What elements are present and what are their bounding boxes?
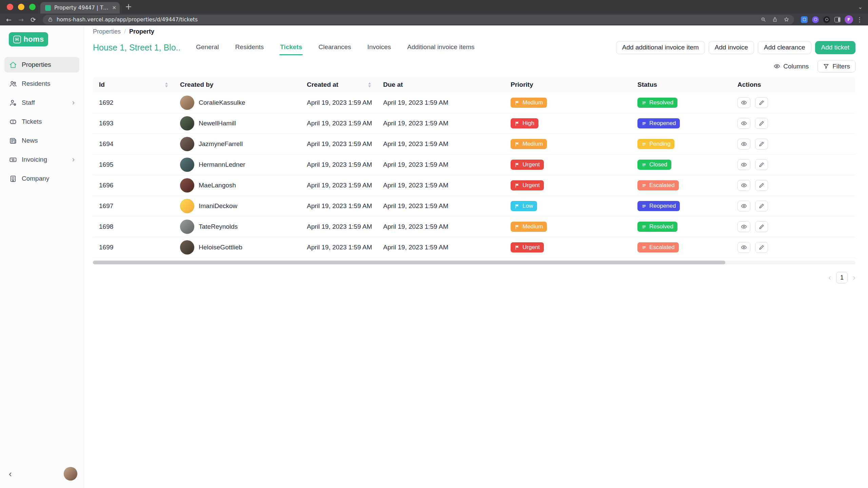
clock-extension-icon[interactable]	[812, 16, 819, 23]
sidebar-item-company[interactable]: Company	[4, 171, 79, 186]
eye-icon	[741, 182, 747, 188]
back-button[interactable]: ←	[3, 16, 14, 23]
collapse-sidebar-button[interactable]: ‹	[9, 469, 12, 478]
close-window-button[interactable]	[7, 4, 13, 10]
add-clearance-button[interactable]: Add clearance	[758, 41, 811, 54]
add-additional-invoice-item-button[interactable]: Add additional invoice item	[616, 41, 705, 54]
app-window: H homs Properties Residents Staff › Tick…	[0, 25, 868, 488]
new-tab-button[interactable]: +	[125, 3, 132, 11]
reload-button[interactable]: ⟳	[28, 16, 39, 23]
tab-tickets[interactable]: Tickets	[279, 40, 303, 55]
sidebar-item-residents[interactable]: Residents	[4, 76, 79, 92]
column-header-due-at[interactable]: Due at	[377, 81, 505, 88]
tab-residents[interactable]: Residents	[235, 40, 265, 55]
view-ticket-button[interactable]	[737, 242, 750, 253]
extension-icon[interactable]	[823, 16, 830, 23]
column-header-created-at[interactable]: Created at	[301, 81, 377, 88]
cell-actions	[731, 97, 855, 108]
sidebar-item-label: Tickets	[22, 118, 42, 125]
cell-due-at: April 19, 2023 1:59 AM	[377, 223, 505, 230]
column-header-status[interactable]: Status	[631, 81, 731, 88]
add-ticket-button[interactable]: Add ticket	[815, 41, 855, 54]
table-header: Id Created by Created at Due at Priority…	[93, 77, 855, 93]
cell-created-by: HeloiseGottlieb	[174, 240, 301, 255]
page-number[interactable]: 1	[836, 272, 848, 283]
zoom-icon[interactable]	[761, 17, 766, 22]
breadcrumb-properties[interactable]: Properties	[93, 28, 121, 35]
sort-icon[interactable]	[368, 82, 371, 87]
browser-profile-avatar[interactable]: F	[845, 15, 853, 24]
cell-actions	[731, 139, 855, 149]
browser-menu-icon[interactable]: ⋮	[854, 16, 865, 23]
edit-ticket-button[interactable]	[755, 242, 768, 253]
edit-ticket-button[interactable]	[755, 139, 768, 149]
side-panel-icon[interactable]	[834, 17, 841, 22]
homs-logo[interactable]: H homs	[9, 32, 48, 46]
cell-created-at: April 19, 2023 1:59 AM	[301, 140, 377, 148]
translate-extension-icon[interactable]	[801, 16, 808, 23]
view-ticket-button[interactable]	[737, 118, 750, 129]
bookmark-star-icon[interactable]	[784, 17, 789, 22]
view-ticket-button[interactable]	[737, 139, 750, 149]
status-bars-icon	[642, 245, 647, 250]
tabstrip-chevron-icon[interactable]: ⌄	[858, 4, 868, 10]
sidebar-item-label: Company	[22, 175, 49, 182]
tab-clearances[interactable]: Clearances	[318, 40, 352, 55]
sidebar-item-properties[interactable]: Properties	[4, 57, 79, 73]
browser-tab[interactable]: Property 49447 | Tickets ✕	[40, 2, 120, 14]
next-page-button[interactable]: ›	[853, 273, 855, 282]
columns-label: Columns	[783, 63, 809, 70]
edit-ticket-button[interactable]	[755, 118, 768, 129]
columns-button[interactable]: Columns	[774, 63, 809, 70]
view-ticket-button[interactable]	[737, 201, 750, 211]
sidebar-item-invoicing[interactable]: Invoicing ›	[4, 152, 79, 167]
tab-additional-invoice-items[interactable]: Additional invoice items	[407, 40, 475, 55]
minimize-window-button[interactable]	[18, 4, 24, 10]
column-header-created-by[interactable]: Created by	[174, 81, 301, 88]
forward-button[interactable]: →	[16, 16, 26, 23]
view-ticket-button[interactable]	[737, 97, 750, 108]
tab-general[interactable]: General	[195, 40, 220, 55]
filters-button[interactable]: Filters	[817, 60, 855, 73]
add-invoice-button[interactable]: Add invoice	[709, 41, 754, 54]
column-header-priority[interactable]: Priority	[505, 81, 631, 88]
view-ticket-button[interactable]	[737, 221, 750, 232]
sidebar-item-tickets[interactable]: Tickets	[4, 114, 79, 129]
tab-close-icon[interactable]: ✕	[112, 5, 116, 11]
sidebar-item-news[interactable]: News	[4, 133, 79, 148]
cell-id: 1693	[93, 120, 174, 127]
page-tabs: General Residents Tickets Clearances Inv…	[195, 40, 475, 55]
zoom-window-button[interactable]	[29, 4, 36, 10]
cell-status: Escalated	[631, 180, 731, 190]
address-bar[interactable]: homs-hash.vercel.app/app/properties/d/49…	[43, 15, 794, 24]
cell-due-at: April 19, 2023 1:59 AM	[377, 120, 505, 127]
main-content: Properties / Property House 1, Street 1,…	[84, 25, 868, 488]
sort-icon[interactable]	[165, 82, 168, 87]
edit-ticket-button[interactable]	[755, 97, 768, 108]
table-row: 1697 ImaniDeckow April 19, 2023 1:59 AM …	[93, 196, 855, 217]
table-body: 1692 CoralieKassulke April 19, 2023 1:59…	[93, 93, 855, 258]
edit-ticket-button[interactable]	[755, 180, 768, 191]
user-avatar[interactable]	[64, 467, 77, 481]
scrollbar-thumb[interactable]	[93, 261, 725, 264]
edit-ticket-button[interactable]	[755, 201, 768, 211]
cell-created-at: April 19, 2023 1:59 AM	[301, 244, 377, 251]
cell-status: Pending	[631, 139, 731, 149]
sidebar-item-staff[interactable]: Staff ›	[4, 95, 79, 110]
avatar	[180, 158, 194, 172]
browser-tabstrip: Property 49447 | Tickets ✕ + ⌄	[0, 0, 868, 14]
column-header-id[interactable]: Id	[93, 81, 174, 88]
tab-invoices[interactable]: Invoices	[367, 40, 392, 55]
previous-page-button[interactable]: ‹	[828, 273, 831, 282]
edit-ticket-button[interactable]	[755, 159, 768, 170]
edit-ticket-button[interactable]	[755, 221, 768, 232]
cell-due-at: April 19, 2023 1:59 AM	[377, 182, 505, 189]
extensions-area	[798, 16, 843, 23]
view-ticket-button[interactable]	[737, 180, 750, 191]
view-ticket-button[interactable]	[737, 159, 750, 170]
cell-status: Reopened	[631, 201, 731, 211]
column-header-actions[interactable]: Actions	[731, 81, 855, 88]
share-icon[interactable]	[772, 17, 778, 22]
flag-icon	[515, 245, 520, 250]
status-badge: Escalated	[637, 180, 679, 190]
